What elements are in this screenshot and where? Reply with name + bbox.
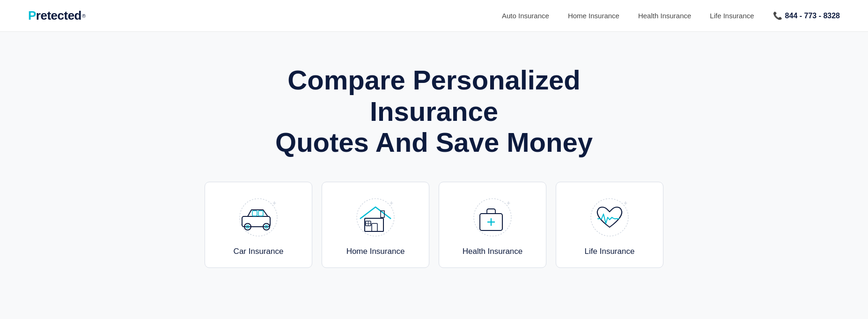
logo[interactable]: Pretected® (28, 8, 86, 23)
card-home-insurance[interactable]: + Home Insurance (322, 182, 429, 268)
hero-title: Compare Personalized Insurance Quotes An… (223, 65, 645, 158)
card-home-label: Home Insurance (346, 247, 405, 256)
site-header: Pretected® Auto Insurance Home Insurance… (0, 0, 868, 32)
nav-home-insurance[interactable]: Home Insurance (568, 12, 619, 20)
svg-text:+: + (272, 199, 276, 207)
card-life-insurance[interactable]: + Life Insurance (556, 182, 663, 268)
nav-life-insurance[interactable]: Life Insurance (710, 12, 754, 20)
logo-p-letter: P (28, 8, 36, 23)
svg-point-0 (240, 199, 277, 236)
phone-number: 844 - 773 - 8328 (785, 12, 840, 20)
home-icon: + (350, 196, 401, 238)
svg-rect-12 (372, 223, 377, 231)
phone-link[interactable]: 📞 844 - 773 - 8328 (773, 11, 840, 20)
health-icon: + (467, 196, 518, 238)
svg-text:+: + (390, 199, 393, 207)
svg-rect-3 (252, 211, 257, 216)
nav-auto-insurance[interactable]: Auto Insurance (502, 12, 549, 20)
hero-title-line1: Compare Personalized Insurance (287, 65, 580, 126)
insurance-cards-row: + Car Insurance (19, 182, 849, 291)
car-icon: + (233, 196, 284, 238)
card-health-insurance[interactable]: + Health Insurance (439, 182, 546, 268)
main-nav: Auto Insurance Home Insurance Health Ins… (502, 11, 840, 20)
hero-section: Compare Personalized Insurance Quotes An… (0, 32, 868, 315)
svg-text:+: + (624, 199, 627, 207)
logo-text: retected (36, 8, 81, 23)
nav-health-insurance[interactable]: Health Insurance (638, 12, 691, 20)
hero-title-line2: Quotes And Save Money (275, 127, 593, 157)
card-car-label: Car Insurance (234, 247, 284, 256)
phone-icon: 📞 (773, 11, 782, 20)
svg-rect-11 (365, 218, 383, 231)
life-icon: + (584, 196, 635, 238)
svg-rect-4 (258, 211, 263, 216)
card-car-insurance[interactable]: + Car Insurance (205, 182, 312, 268)
card-life-label: Life Insurance (585, 247, 635, 256)
svg-text:+: + (507, 199, 510, 207)
card-health-label: Health Insurance (463, 247, 523, 256)
svg-point-22 (591, 199, 628, 236)
